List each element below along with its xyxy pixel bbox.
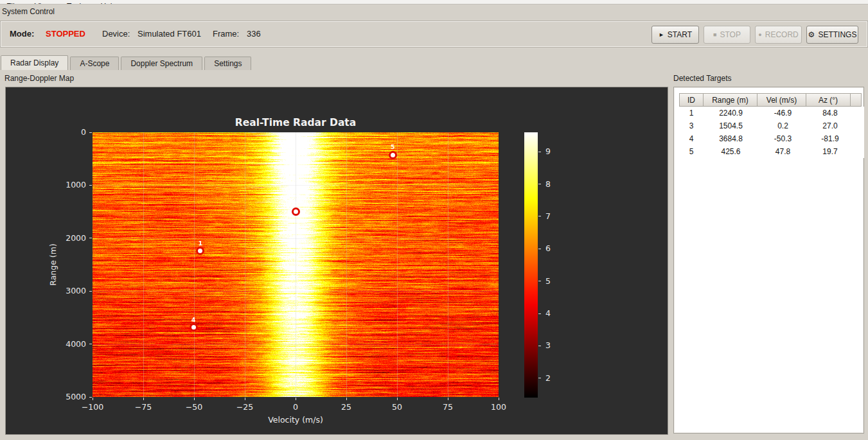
x-tick-label: 75 xyxy=(432,402,464,412)
settings-button[interactable]: ⚙ SETTINGS xyxy=(806,26,858,44)
mode-label: Mode: xyxy=(10,21,34,47)
y-tick-mark xyxy=(89,132,92,133)
x-tick-label: −75 xyxy=(127,402,159,412)
gear-icon: ⚙ xyxy=(808,30,815,39)
table-cell: 425.6 xyxy=(704,145,758,158)
x-tick-mark xyxy=(93,398,93,400)
stop-icon: ■ xyxy=(713,31,716,38)
table-cell: 84.8 xyxy=(808,107,853,119)
colorbar-tick-label: 5 xyxy=(545,276,551,286)
target-marker xyxy=(389,151,397,159)
x-tick-label: 100 xyxy=(483,402,515,412)
record-icon: ● xyxy=(758,31,761,38)
y-tick-mark xyxy=(89,185,92,186)
menu-file[interactable]: File xyxy=(0,1,25,4)
table-header-cell[interactable]: Az (°) xyxy=(806,93,851,107)
control-button-row: ► START ■ STOP ● RECORD ⚙ SETTINGS xyxy=(651,26,858,44)
plot-title: Real-Time Radar Data xyxy=(93,117,499,128)
range-doppler-map-label: Range-Doppler Map xyxy=(4,74,74,83)
y-tick-label: 1000 xyxy=(44,180,86,189)
table-row[interactable]: 12240.9-46.984.8 xyxy=(679,107,864,119)
table-cell xyxy=(853,132,864,145)
y-tick-mark xyxy=(89,397,92,398)
y-tick-label: 0 xyxy=(44,127,86,137)
table-cell: 1504.5 xyxy=(704,119,758,132)
menu-tools[interactable]: Tools xyxy=(60,1,91,4)
table-cell: -50.3 xyxy=(758,132,808,145)
menu-view[interactable]: View xyxy=(28,1,58,4)
table-cell: 2240.9 xyxy=(704,107,758,119)
target-marker-label: 3 xyxy=(290,200,303,207)
colorbar-tick-label: 9 xyxy=(545,146,551,156)
table-cell: 4 xyxy=(679,132,704,145)
target-marker-label: 1 xyxy=(194,240,207,247)
table-row[interactable]: 43684.8-50.3-81.9 xyxy=(679,132,864,145)
y-tick-label: 2000 xyxy=(44,233,86,243)
tab-doppler-spectrum[interactable]: Doppler Spectrum xyxy=(121,57,202,70)
table-cell: 1 xyxy=(679,107,704,119)
y-tick-label: 4000 xyxy=(44,339,86,349)
menu-help[interactable]: Help xyxy=(94,1,123,4)
table-cell: 3684.8 xyxy=(704,132,758,145)
x-tick-mark xyxy=(499,398,499,400)
y-tick-label: 5000 xyxy=(44,392,86,401)
play-icon: ► xyxy=(659,31,664,38)
detected-targets-label: Detected Targets xyxy=(673,74,732,83)
table-row[interactable]: 31504.50.227.0 xyxy=(679,119,864,132)
y-tick-mark xyxy=(89,291,92,292)
x-tick-label: 0 xyxy=(279,402,312,412)
colorbar-tick-label: 3 xyxy=(545,340,551,350)
system-control-title: System Control xyxy=(2,7,55,16)
x-axis-label: Velocity (m/s) xyxy=(93,415,499,425)
y-tick-mark xyxy=(89,238,92,238)
colorbar-tick-label: 8 xyxy=(545,179,551,189)
table-cell: 3 xyxy=(679,119,704,132)
colorbar xyxy=(524,132,538,398)
colorbar-tick-mark xyxy=(538,249,541,249)
x-tick-mark xyxy=(346,398,347,400)
colorbar-tick-mark xyxy=(538,184,541,184)
table-header-cell[interactable] xyxy=(850,93,862,107)
table-cell: -81.9 xyxy=(808,132,853,145)
x-tick-mark xyxy=(245,398,245,400)
start-button[interactable]: ► START xyxy=(651,26,699,44)
tab-bar: Radar Display A-Scope Doppler Spectrum S… xyxy=(1,55,251,70)
radar-display-panel: Real-Time Radar Data Velocity (m/s) Rang… xyxy=(5,87,668,435)
table-cell: 5 xyxy=(679,145,704,158)
table-cell: 19.7 xyxy=(808,145,853,158)
x-tick-mark xyxy=(296,398,296,400)
table-header-cell[interactable]: Range (m) xyxy=(703,93,757,107)
x-tick-mark xyxy=(194,398,195,400)
target-marker-label: 5 xyxy=(386,143,399,150)
y-tick-mark xyxy=(89,344,92,344)
colorbar-tick-mark xyxy=(538,378,541,378)
table-header-cell[interactable]: ID xyxy=(679,93,704,107)
record-button: ● RECORD xyxy=(755,26,802,44)
table-header-cell[interactable]: Vel (m/s) xyxy=(757,93,806,107)
record-button-label: RECORD xyxy=(765,30,799,39)
start-button-label: START xyxy=(668,30,692,39)
range-doppler-heatmap[interactable] xyxy=(93,132,499,397)
device-label: Device: xyxy=(102,21,130,47)
settings-button-label: SETTINGS xyxy=(818,30,856,39)
tab-settings[interactable]: Settings xyxy=(204,57,251,70)
colorbar-tick-label: 2 xyxy=(545,373,551,383)
system-control-group: Mode: STOPPED Device: Simulated FT601 Fr… xyxy=(0,21,868,48)
x-tick-label: 50 xyxy=(381,402,413,412)
stop-button-label: STOP xyxy=(720,30,740,39)
colorbar-tick-mark xyxy=(538,346,541,346)
menu-bar: File View Tools Help xyxy=(0,0,868,4)
colorbar-tick-mark xyxy=(538,152,541,152)
table-cell xyxy=(853,107,864,119)
colorbar-tick-mark xyxy=(538,281,541,281)
table-cell: 0.2 xyxy=(758,119,808,132)
frame-label: Frame: xyxy=(213,21,239,47)
tab-radar-display[interactable]: Radar Display xyxy=(1,55,68,70)
tab-a-scope[interactable]: A-Scope xyxy=(70,57,119,70)
targets-table: IDRange (m)Vel (m/s)Az (°)12240.9-46.984… xyxy=(679,93,864,158)
table-cell: 27.0 xyxy=(808,119,853,132)
table-row[interactable]: 5425.647.819.7 xyxy=(679,145,864,158)
x-tick-label: −25 xyxy=(229,402,261,412)
table-cell xyxy=(853,145,864,158)
device-value: Simulated FT601 xyxy=(137,21,201,47)
